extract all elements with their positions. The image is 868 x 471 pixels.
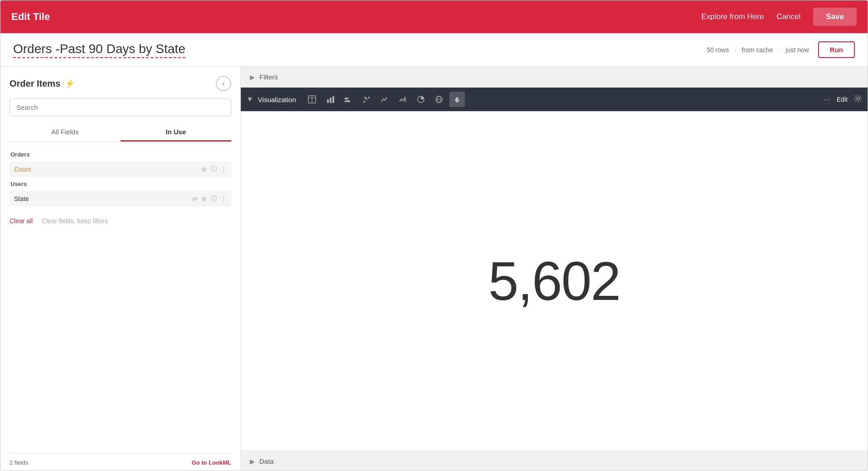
svg-rect-3: [327, 99, 329, 103]
cancel-button[interactable]: Cancel: [776, 12, 800, 21]
query-title[interactable]: Orders -Past 90 Days by State: [13, 42, 185, 58]
field-item-count: Count ⊜ ⓘ ⋮: [10, 162, 231, 177]
query-meta: 50 rows · from cache · just now Run: [707, 41, 855, 58]
svg-point-8: [363, 101, 365, 103]
viz-label: Visualization: [258, 96, 296, 103]
fields-section: Orders Count ⊜ ⓘ ⋮ Users State ⇄ ⊜: [10, 151, 231, 453]
line-chart-viz-button[interactable]: [377, 92, 392, 107]
info-icon-count[interactable]: ⓘ: [210, 165, 217, 173]
svg-rect-5: [332, 96, 334, 103]
run-button[interactable]: Run: [818, 41, 855, 58]
scatter-viz-button[interactable]: [359, 92, 374, 107]
big-number-display: 5,602: [488, 250, 620, 312]
filter-icon-state[interactable]: ⊜: [201, 195, 207, 202]
svg-point-10: [368, 97, 370, 98]
field-name-state[interactable]: State: [14, 195, 192, 202]
go-to-lookml-link[interactable]: Go to LookML: [192, 459, 231, 466]
viz-toolbar: ▼ Visualization: [241, 88, 868, 111]
field-name-count[interactable]: Count: [14, 166, 201, 173]
map-viz-button[interactable]: [431, 92, 447, 107]
tab-in-use[interactable]: In Use: [121, 123, 232, 142]
single-value-viz-button[interactable]: 6: [449, 92, 465, 107]
panel-bottom: 2 fields Go to LookML: [10, 453, 231, 471]
panel-title: Order Items: [10, 78, 60, 89]
cache-status: from cache: [741, 46, 773, 54]
data-expand-icon[interactable]: ▶: [250, 458, 255, 465]
right-panel: ▶ Filters ▼ Visualization: [241, 67, 868, 471]
lightning-icon: ⚡: [65, 78, 75, 88]
data-label: Data: [259, 457, 274, 465]
field-actions-count: ⊜ ⓘ ⋮: [201, 165, 227, 173]
svg-rect-6: [345, 98, 348, 99]
footer-links: Clear all Clear fields, keep filters: [10, 210, 231, 232]
viz-collapse-icon[interactable]: ▼: [246, 95, 254, 103]
app-header: Edit Tile Explore from Here Cancel Save: [0, 0, 868, 33]
dot-1: ·: [734, 46, 736, 54]
panel-title-row: Order Items ⚡: [10, 78, 75, 89]
filter-icon-count[interactable]: ⊜: [201, 166, 207, 173]
bar-chart-viz-button[interactable]: [322, 92, 338, 107]
filters-label: Filters: [259, 73, 278, 81]
chevron-left-icon: ‹: [223, 80, 225, 87]
svg-rect-4: [330, 98, 332, 103]
search-container: [10, 98, 231, 116]
panel-header: Order Items ⚡ ‹: [10, 76, 231, 91]
data-bar[interactable]: ▶ Data: [241, 451, 868, 471]
pivot-icon-state[interactable]: ⇄: [192, 195, 198, 202]
filters-bar[interactable]: ▶ Filters: [241, 67, 868, 88]
tab-all-fields[interactable]: All Fields: [10, 123, 121, 142]
search-input[interactable]: [10, 98, 231, 116]
timestamp: just now: [785, 46, 809, 54]
clear-fields-link[interactable]: Clear fields, keep filters: [42, 217, 108, 225]
field-actions-state: ⇄ ⊜ ⓘ ⋮: [192, 195, 227, 203]
svg-point-11: [364, 97, 366, 98]
table-viz-button[interactable]: [304, 92, 320, 107]
field-tabs: All Fields In Use: [10, 123, 231, 142]
info-icon-state[interactable]: ⓘ: [210, 195, 217, 203]
row-count: 50 rows: [707, 46, 729, 54]
pie-chart-viz-button[interactable]: [413, 92, 429, 107]
fields-count: 2 fields: [10, 459, 28, 466]
viz-more-button[interactable]: ···: [824, 95, 830, 104]
viz-settings-button[interactable]: [854, 94, 862, 105]
header-actions: Explore from Here Cancel Save: [701, 8, 857, 26]
clear-all-link[interactable]: Clear all: [10, 217, 33, 225]
dot-2: ·: [779, 46, 780, 54]
more-icon-state[interactable]: ⋮: [220, 195, 227, 202]
svg-rect-7: [345, 100, 350, 102]
filters-expand-icon[interactable]: ▶: [250, 74, 255, 81]
subheader: Orders -Past 90 Days by State 50 rows · …: [0, 33, 868, 67]
save-button[interactable]: Save: [813, 8, 857, 26]
page-title: Edit Tile: [11, 11, 50, 23]
collapse-panel-button[interactable]: ‹: [216, 76, 231, 91]
more-icon-count[interactable]: ⋮: [220, 166, 227, 173]
field-item-state: State ⇄ ⊜ ⓘ ⋮: [10, 191, 231, 206]
column-chart-viz-button[interactable]: [341, 92, 356, 107]
area-chart-viz-button[interactable]: [395, 92, 410, 107]
section-label-orders: Orders: [10, 151, 231, 158]
viz-content: 5,602: [241, 111, 868, 451]
svg-point-16: [857, 97, 859, 100]
svg-point-9: [366, 98, 367, 100]
left-panel: Order Items ⚡ ‹ All Fields In Use Orders: [0, 67, 241, 471]
main-layout: Order Items ⚡ ‹ All Fields In Use Orders: [0, 67, 868, 471]
explore-from-here-link[interactable]: Explore from Here: [701, 12, 764, 21]
viz-edit-button[interactable]: Edit: [837, 96, 848, 103]
section-label-users: Users: [10, 181, 231, 187]
